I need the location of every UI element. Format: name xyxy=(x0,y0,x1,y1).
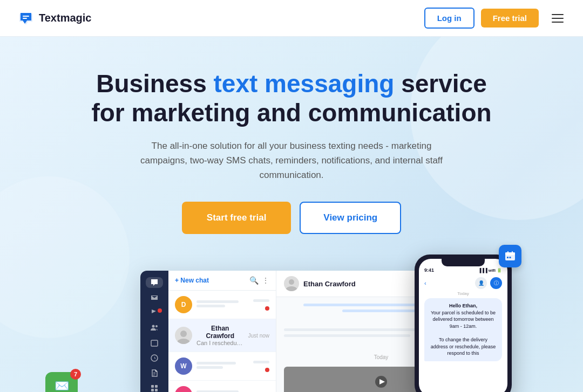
list-item[interactable]: W xyxy=(168,352,276,381)
free-trial-header-button[interactable]: Free trial xyxy=(481,9,539,27)
signal-icon: ▐▐▐ xyxy=(478,268,487,273)
header-nav: Log in Free trial xyxy=(424,8,566,29)
hero-title: Business text messaging service for mark… xyxy=(86,69,497,128)
calendar-icon xyxy=(504,250,516,262)
phone-day-divider: Today xyxy=(424,291,502,296)
email-icon: ✉️ xyxy=(55,379,69,392)
start-trial-button[interactable]: Start free trial xyxy=(182,202,292,234)
phone-mockup: 9:41 ▐▐▐ wifi 🔋 ‹ 👤 ⓘ To xyxy=(415,255,512,392)
sidebar-chat-icon[interactable] xyxy=(146,277,163,288)
svg-point-3 xyxy=(155,325,158,327)
hamburger-menu[interactable] xyxy=(550,12,566,25)
phone-message-bubble: Hello Ethan, Your parcel is scheduled to… xyxy=(424,298,502,361)
svg-rect-1 xyxy=(23,18,27,19)
list-item[interactable]: Ethan Crawford Can I reschedule my deliv… xyxy=(168,319,276,352)
svg-point-2 xyxy=(152,325,155,328)
svg-rect-21 xyxy=(510,257,511,258)
svg-point-13 xyxy=(286,286,297,291)
sidebar-flag-icon[interactable] xyxy=(146,307,163,318)
email-count: 7 xyxy=(70,369,81,380)
svg-rect-4 xyxy=(151,340,158,346)
phone-icons: 👤 ⓘ xyxy=(475,277,502,289)
logo: Textmagic xyxy=(17,11,91,26)
avatar: W xyxy=(175,357,192,375)
hero-subtitle: The all-in-one solution for all your bus… xyxy=(140,139,443,183)
phone-back: ‹ 👤 ⓘ xyxy=(424,277,502,289)
view-pricing-button[interactable]: View pricing xyxy=(300,202,401,234)
svg-rect-17 xyxy=(505,252,515,255)
chat-main-avatar xyxy=(284,276,299,291)
play-icon xyxy=(375,375,388,388)
list-item[interactable]: D xyxy=(168,291,276,319)
chat-line xyxy=(253,299,269,302)
phone-notch xyxy=(442,259,485,266)
wifi-icon: wifi xyxy=(489,268,496,273)
message-line xyxy=(284,334,410,337)
sidebar-clock-icon[interactable] xyxy=(146,353,163,363)
hero-section: Business text messaging service for mark… xyxy=(0,37,583,392)
mockup-area: ✉️ 7 xyxy=(17,260,566,392)
chat-lines xyxy=(196,362,249,370)
email-badge: ✉️ 7 xyxy=(45,372,78,392)
svg-rect-20 xyxy=(507,257,509,258)
search-icon[interactable]: 🔍 xyxy=(249,276,259,285)
unread-dot xyxy=(265,306,269,311)
avatar: C xyxy=(175,386,192,392)
svg-rect-7 xyxy=(155,385,158,388)
svg-point-10 xyxy=(180,331,187,337)
unread-dot xyxy=(265,368,269,372)
phone-screen: 9:41 ▐▐▐ wifi 🔋 ‹ 👤 ⓘ To xyxy=(419,259,507,392)
logo-text: Textmagic xyxy=(39,12,91,24)
chat-main-name: Ethan Crawford xyxy=(303,280,356,288)
chat-time: Just now xyxy=(248,333,269,339)
hero-title-highlight: text messaging xyxy=(214,70,395,98)
phone-back-button[interactable]: ‹ xyxy=(424,280,426,286)
hero-title-part1: Business xyxy=(96,70,213,98)
chat-preview: Can I reschedule my delivery... xyxy=(196,340,244,346)
hamburger-line xyxy=(552,18,564,19)
avatar: D xyxy=(175,296,192,313)
list-item[interactable]: C xyxy=(168,381,276,392)
chat-line xyxy=(196,362,236,365)
hamburger-line xyxy=(552,22,564,23)
sidebar-users-icon[interactable] xyxy=(146,322,163,333)
chat-meta xyxy=(253,361,269,372)
svg-rect-8 xyxy=(151,389,154,391)
new-chat-button[interactable]: + New chat xyxy=(175,277,209,284)
sidebar-notif-dot xyxy=(158,308,162,313)
more-icon[interactable]: ⋮ xyxy=(262,276,269,285)
chat-list-icons: 🔍 ⋮ xyxy=(249,276,269,285)
sidebar-doc-icon[interactable] xyxy=(146,368,163,379)
phone-contact-icon[interactable]: 👤 xyxy=(475,277,487,289)
chat-list: + New chat 🔍 ⋮ D xyxy=(168,271,276,392)
chat-info: Ethan Crawford Can I reschedule my deliv… xyxy=(196,325,244,346)
svg-rect-18 xyxy=(507,251,509,253)
phone-greeting: Hello Ethan, xyxy=(449,303,477,308)
phone-info-icon[interactable]: ⓘ xyxy=(490,277,502,289)
svg-point-12 xyxy=(289,279,294,285)
avatar xyxy=(175,327,192,344)
chat-line xyxy=(253,361,269,363)
app-sidebar xyxy=(140,271,168,392)
phone-content: ‹ 👤 ⓘ Today Hello Ethan, Your parcel is … xyxy=(419,274,507,368)
chat-line xyxy=(196,300,239,303)
chat-lines xyxy=(196,300,249,309)
svg-rect-0 xyxy=(23,16,29,17)
phone-time: 9:41 xyxy=(424,267,434,273)
phone-message-text2: To change the delivery address or resche… xyxy=(431,337,496,356)
login-button[interactable]: Log in xyxy=(424,8,474,29)
chat-meta xyxy=(253,299,269,311)
sidebar-mail-icon[interactable] xyxy=(146,292,163,303)
svg-rect-19 xyxy=(512,251,513,253)
chat-line xyxy=(196,305,225,307)
phone-status-bar: 9:41 ▐▐▐ wifi 🔋 xyxy=(419,266,507,274)
sidebar-calendar-icon[interactable] xyxy=(146,338,163,348)
hamburger-line xyxy=(552,14,564,15)
sidebar-grid-icon[interactable] xyxy=(146,383,163,392)
calendar-badge xyxy=(499,245,521,267)
phone-status-icons: ▐▐▐ wifi 🔋 xyxy=(478,267,502,273)
chat-list-header: + New chat 🔍 ⋮ xyxy=(168,271,276,291)
svg-rect-9 xyxy=(155,389,158,391)
hero-buttons: Start free trial View pricing xyxy=(17,202,566,234)
battery-icon: 🔋 xyxy=(497,268,502,273)
